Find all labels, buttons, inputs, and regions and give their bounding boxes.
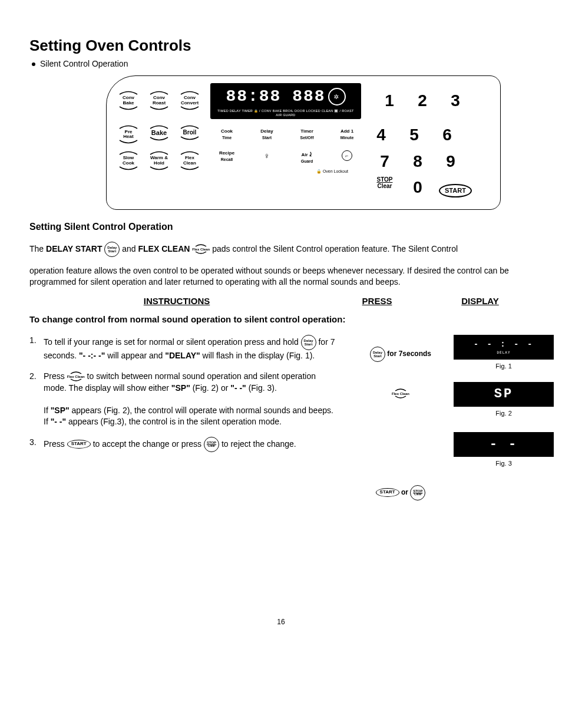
btn-cook-time[interactable]: CookTime [211,129,242,141]
step-1: 1. To tell if your range is set for norm… [29,335,336,361]
fan-icon: ✲ [328,88,346,106]
display-fig-1: - - : - - DELAY Fig. 1 [454,335,554,377]
delay-start-icon: Delay Start [301,335,316,350]
flex-clean-icon: Flex Clean [192,243,210,255]
btn-air-guard[interactable]: Air⤸Guard [292,150,322,165]
btn-stop-clear[interactable]: STOPClear [373,176,396,199]
intro-para-2: operation feature allows the oven contro… [29,265,533,288]
subtitle: Silent Control Operation [40,58,533,70]
section-heading: Setting Silent Control Operation [29,220,533,233]
oven-lockout[interactable]: 🔒 Oven Lockout [308,169,356,174]
key-3[interactable]: 3 [444,90,467,112]
mode-slow-cook[interactable]: SlowCook [115,150,142,172]
display-fig-3: - - Fig. 3 [454,432,554,474]
intro-para-1: The DELAY START Delay Start and FLEX CLE… [29,242,533,257]
flex-clean-icon: Flex Clean [67,371,85,383]
key-8[interactable]: 8 [406,150,429,173]
key-1[interactable]: 1 [378,90,401,112]
press-cell-1: Delay Start for 7seconds [359,347,442,362]
btn-timer[interactable]: TimerSet/Off [292,129,322,141]
step-3: 3. Press START to accept the change or p… [29,437,336,452]
clock-icon: ⌐ [342,150,352,161]
key-7[interactable]: 7 [373,150,396,173]
stop-clear-icon: STOPClear [410,485,425,500]
mode-warm-hold[interactable]: Warm &Hold [146,150,173,172]
btn-light[interactable]: ♀ [252,150,282,165]
page-number: 16 [29,617,533,627]
key-4[interactable]: 4 [369,124,393,146]
btn-add-minute[interactable]: Add 1Minute [332,129,362,141]
column-headers: INSTRUCTIONS PRESS DISPLAY [29,295,533,307]
btn-start[interactable]: START [439,184,472,197]
press-cell-2: Flex Clean [359,388,442,400]
step-2: 2. Press Flex Clean to switch between no… [29,371,336,427]
display-fig-2: SP Fig. 2 [454,382,554,424]
stop-clear-icon: STOPClear [204,437,219,452]
btn-clock[interactable]: ⌐ [332,150,362,165]
press-cell-3: START or STOPClear [359,485,442,500]
mode-bake[interactable]: Bake [146,124,173,146]
mode-preheat[interactable]: PreHeat [115,124,142,146]
control-panel: ConvBake ConvRoast ConvConvert 88:88 888… [106,75,501,210]
procedure-heading: To change control from normal sound oper… [29,314,533,325]
numeric-keypad: 1 2 3 [378,90,467,112]
delay-start-icon: Delay Start [104,242,120,257]
start-icon: START [376,488,399,497]
key-9[interactable]: 9 [439,150,462,173]
key-5[interactable]: 5 [402,124,426,146]
lcd-display: 88:88 888✲ TIMED DELAY TIMER 🔒 / CONV BA… [210,83,361,119]
btn-recipe-recall[interactable]: RecipeRecall [211,150,242,165]
start-icon: START [67,440,91,449]
key-6[interactable]: 6 [435,124,459,146]
mode-buttons: ConvBake ConvRoast ConvConvert [115,90,203,111]
flex-clean-icon: Flex Clean [392,388,409,400]
mode-flex-clean[interactable]: FlexClean [176,150,203,172]
mode-conv-convert[interactable]: ConvConvert [176,90,203,111]
btn-delay-start[interactable]: DelayStart [252,129,282,141]
mode-broil[interactable]: Broil [176,124,203,146]
delay-start-icon: Delay Start [370,347,385,362]
mode-conv-bake[interactable]: ConvBake [115,90,142,111]
mode-conv-roast[interactable]: ConvRoast [146,90,173,111]
page-title: Setting Oven Controls [29,35,533,56]
key-0[interactable]: 0 [406,176,429,199]
key-2[interactable]: 2 [411,90,434,112]
